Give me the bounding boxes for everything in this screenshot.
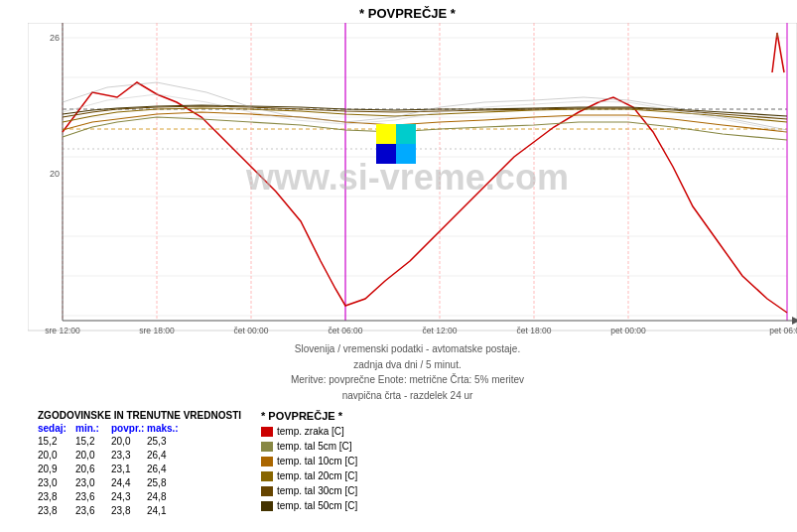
svg-text:čet 06:00: čet 06:00 [329,326,363,335]
legend-item: temp. zraka [C] [261,424,777,439]
legend-label-5: temp. tal 50cm [C] [277,498,357,513]
svg-text:pet 06:00: pet 06:00 [769,326,797,335]
main-chart-svg: 26 20 [28,23,797,340]
legend-title: * POVPREČJE * [261,410,777,422]
legend-item: temp. tal 5cm [C] [261,439,777,454]
svg-text:sre 18:00: sre 18:00 [139,326,175,335]
svg-text:sre 12:00: sre 12:00 [45,326,80,335]
table-row: 15,2 15,2 20,0 25,3 [38,435,241,449]
legend-color-5 [261,501,273,511]
stats-table: ZGODOVINSKE IN TRENUTNE VREDNOSTI sedaj:… [38,410,241,518]
legend-color-2 [261,457,273,466]
legend-label-0: temp. zraka [C] [277,424,344,439]
table-row: 20,9 20,6 23,1 26,4 [38,463,241,476]
svg-text:26: 26 [50,33,60,43]
legend-color-0 [261,427,273,437]
svg-text:čet 00:00: čet 00:00 [234,326,269,335]
col-header-povpr: povpr.: [111,423,147,434]
chart-container: * POVPREČJE * www.si-vreme.com 26 20 [18,0,797,532]
legend-color-4 [261,486,273,496]
legend-label-1: temp. tal 5cm [C] [277,439,352,454]
legend-section: * POVPREČJE * temp. zraka [C] temp. tal … [261,410,777,518]
col-header-sedaj: sedaj: [38,423,75,434]
table-row: 20,0 20,0 23,3 26,4 [38,449,241,463]
legend-item: temp. tal 50cm [C] [261,498,777,513]
chart-area: www.si-vreme.com 26 20 [28,23,787,340]
chart-caption: Slovenija / vremenski podatki - avtomats… [18,341,797,403]
bottom-section: ZGODOVINSKE IN TRENUTNE VREDNOSTI sedaj:… [18,406,797,518]
stats-header: ZGODOVINSKE IN TRENUTNE VREDNOSTI [38,410,241,421]
col-header-min: min.: [75,423,111,434]
table-row: 23,0 23,0 24,4 25,8 [38,476,241,490]
legend-label-4: temp. tal 30cm [C] [277,483,357,498]
legend-label-2: temp. tal 10cm [C] [277,454,357,468]
col-headers: sedaj: min.: povpr.: maks.: [38,423,241,434]
table-row: 23,8 23,6 23,8 24,1 [38,504,241,518]
col-header-maks: maks.: [147,423,183,434]
legend-item: temp. tal 30cm [C] [261,483,777,498]
legend-item: temp. tal 20cm [C] [261,468,777,483]
svg-text:čet 12:00: čet 12:00 [423,326,458,335]
legend-label-3: temp. tal 20cm [C] [277,468,357,483]
legend-color-3 [261,471,273,481]
svg-text:čet 18:00: čet 18:00 [517,326,552,335]
svg-rect-4 [28,23,797,331]
table-row: 23,8 23,6 24,3 24,8 [38,490,241,504]
svg-text:20: 20 [50,169,60,179]
legend-item: temp. tal 10cm [C] [261,454,777,468]
svg-text:pet 00:00: pet 00:00 [610,326,646,335]
chart-title: * POVPREČJE * [18,0,797,23]
legend-color-1 [261,442,273,452]
